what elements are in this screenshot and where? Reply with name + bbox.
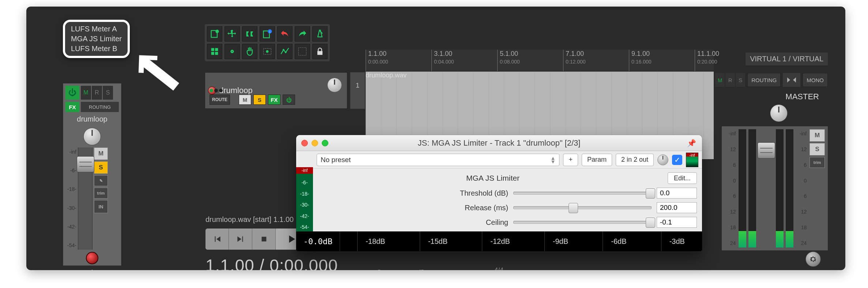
preset-add-button[interactable]: + <box>563 154 578 166</box>
plugin-output-meter: -inf <box>686 153 698 167</box>
track-meter-leds <box>210 89 223 92</box>
channel-record-button[interactable] <box>86 252 98 264</box>
timeline-ruler[interactable]: 1.1.000:00.0003.1.000:04.0005.1.000:08.0… <box>366 50 714 72</box>
tool-new-item[interactable] <box>207 26 222 42</box>
channel-pan-knob[interactable] <box>83 128 101 145</box>
slider-thumb[interactable] <box>646 188 655 199</box>
param-row: Release (ms)200.0 <box>318 202 697 213</box>
plugin-db-readout-strip: -0.0dB -18dB-15dB-12dB-9dB-6dB-3dB <box>296 231 702 251</box>
channel-routing-button[interactable]: ROUTING <box>81 102 119 112</box>
master-mono-button[interactable] <box>783 73 800 87</box>
channel-trim-button[interactable]: ✎ <box>94 175 108 186</box>
edit-button[interactable]: Edit... <box>668 172 697 184</box>
channel-m-indicator[interactable]: M <box>81 86 91 100</box>
wet-dry-knob[interactable] <box>657 154 668 165</box>
db-tick-labels: -18dB-15dB-12dB-9dB-6dB-3dB <box>340 231 702 251</box>
fx-button[interactable]: FX <box>268 95 280 105</box>
master-db-scale-right: -inf12606121824 <box>796 129 807 247</box>
channel-mrs: M R S <box>81 86 113 100</box>
ruler-tick: 7.1.000:12.000 <box>563 50 586 71</box>
svg-rect-8 <box>211 52 214 55</box>
tool-snap[interactable] <box>260 44 275 59</box>
close-button[interactable] <box>301 140 308 146</box>
annotation-arrow <box>136 50 180 91</box>
channel-power-button[interactable]: ⏻ <box>65 86 79 100</box>
tool-info[interactable]: i <box>260 26 275 42</box>
stop-button[interactable] <box>252 229 276 250</box>
transport-state-label: [Stopped] <box>377 268 424 270</box>
chevron-updown-icon: ▲▼ <box>551 156 556 164</box>
fader-handle[interactable] <box>77 156 94 172</box>
io-config-button[interactable]: 2 in 2 out <box>616 154 654 166</box>
slider-thumb[interactable] <box>646 218 655 228</box>
tool-metronome[interactable] <box>312 26 328 42</box>
tool-envelope[interactable] <box>277 44 293 59</box>
param-value-field[interactable]: 0.0 <box>657 188 697 199</box>
fx-menu-item[interactable]: LUFS Meter B <box>69 44 124 54</box>
param-slider[interactable] <box>513 192 652 195</box>
go-to-start-button[interactable] <box>205 229 229 250</box>
channel-in-button[interactable]: IN <box>94 200 108 213</box>
tool-undo[interactable] <box>277 26 293 42</box>
param-row: Threshold (dB)0.0 <box>318 188 697 199</box>
tool-link[interactable] <box>224 44 240 59</box>
plugin-titlebar[interactable]: JS: MGA JS Limiter - Track 1 "drumloop" … <box>296 135 702 151</box>
master-s-indicator[interactable]: S <box>736 73 745 87</box>
master-routing-button[interactable]: ROUTING <box>747 73 781 87</box>
preset-selector[interactable]: No preset ▲▼ <box>317 154 559 166</box>
svg-point-12 <box>283 49 284 51</box>
tool-ripple[interactable] <box>242 26 257 42</box>
minimize-button[interactable] <box>312 140 318 146</box>
param-value-field[interactable]: 200.0 <box>657 202 697 213</box>
time-display[interactable]: 1.1.00 / 0:00.000 <box>205 256 338 270</box>
fx-menu-item[interactable]: LUFS Meter A <box>69 24 124 34</box>
channel-fx-button[interactable]: FX <box>65 102 79 112</box>
channel-fader[interactable] <box>78 147 93 250</box>
fx-menu-item[interactable]: MGA JS Limiter <box>69 34 124 44</box>
channel-mute-button[interactable]: M <box>94 147 108 160</box>
param-slider[interactable] <box>513 221 652 224</box>
plugin-toolbar: No preset ▲▼ + Param 2 in 2 out ✓ -inf <box>296 151 702 169</box>
track-pan-knob[interactable] <box>327 78 342 92</box>
master-fader-handle[interactable] <box>758 142 775 158</box>
master-output-label[interactable]: VIRTUAL 1 / VIRTUAL <box>746 53 828 65</box>
param-label: Threshold (dB) <box>318 189 508 197</box>
tool-group[interactable] <box>295 44 310 59</box>
master-meter-r1 <box>776 129 784 247</box>
solo-button[interactable]: S <box>253 95 266 105</box>
slider-thumb[interactable] <box>569 203 578 213</box>
channel-r-indicator[interactable]: R <box>92 86 102 100</box>
fx-bypass-button[interactable]: ⏻ <box>283 95 295 105</box>
master-solo-button[interactable]: S <box>809 143 825 155</box>
tool-grid[interactable] <box>207 44 222 59</box>
channel-name[interactable]: drumloop <box>63 114 121 126</box>
zoom-button[interactable] <box>322 140 328 146</box>
plugin-enable-checkbox[interactable]: ✓ <box>672 155 682 165</box>
go-to-end-button[interactable] <box>229 229 252 250</box>
pin-icon[interactable]: 📌 <box>687 139 696 147</box>
master-mute-button[interactable]: M <box>809 129 825 142</box>
track-number[interactable]: 1 <box>350 72 365 109</box>
tool-hand[interactable] <box>242 44 257 59</box>
channel-s-indicator[interactable]: S <box>103 86 113 100</box>
timesig-display[interactable]: 4/4 <box>494 266 503 270</box>
channel-solo-button[interactable]: S <box>94 161 108 174</box>
master-settings-button[interactable] <box>805 251 821 267</box>
tool-lock[interactable] <box>312 44 328 59</box>
route-button[interactable]: ROUTE <box>210 95 230 105</box>
param-slider[interactable] <box>513 206 652 209</box>
master-m-indicator[interactable]: M <box>715 73 725 87</box>
master-meter-r2 <box>786 129 793 247</box>
master-r-indicator[interactable]: R <box>725 73 735 87</box>
svg-point-11 <box>266 50 269 53</box>
track-name-label[interactable]: drumloop <box>219 86 253 95</box>
mute-button[interactable]: M <box>239 95 251 105</box>
master-fader[interactable] <box>758 129 774 247</box>
tool-redo[interactable] <box>295 26 310 42</box>
param-button[interactable]: Param <box>582 154 612 166</box>
master-mono-label[interactable]: MONO <box>803 73 828 87</box>
master-pan-knob[interactable] <box>770 104 788 122</box>
track-control-panel: drumloop ROUTE M S FX ⏻ <box>205 72 347 109</box>
tool-move[interactable] <box>224 26 240 42</box>
param-value-field[interactable]: -0.1 <box>657 217 697 228</box>
